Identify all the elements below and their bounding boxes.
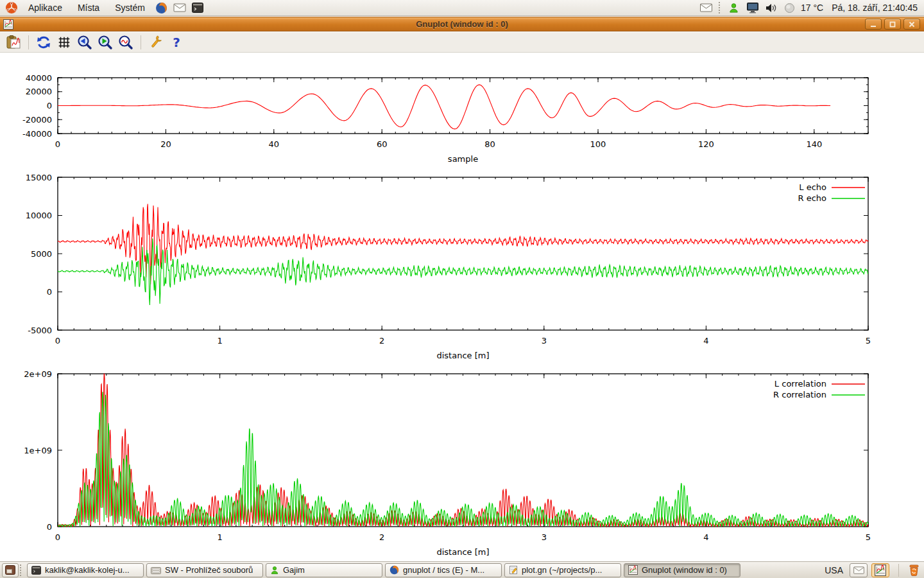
zoom-previous-icon[interactable] <box>76 34 93 51</box>
clock[interactable]: Pá, 18. září, 21:40:45 <box>832 3 918 13</box>
x-tick-label: 4 <box>703 532 708 542</box>
close-button[interactable] <box>903 19 920 30</box>
legend-label: L echo <box>799 182 826 192</box>
svg-text:?: ? <box>173 35 180 50</box>
x-tick-label: 5 <box>866 532 871 542</box>
taskbar-right: USA <box>825 563 924 577</box>
x-tick-label: 120 <box>698 139 714 149</box>
x-tick-label: 1 <box>217 532 222 542</box>
x-tick-label: 100 <box>590 139 606 149</box>
email-icon[interactable] <box>172 1 187 15</box>
legend-label: R echo <box>798 193 826 203</box>
gnuplot-icon <box>628 565 638 575</box>
axis-border <box>58 78 868 134</box>
y-tick-label: 40000 <box>26 73 52 83</box>
menu-system[interactable]: Systém <box>108 1 151 14</box>
y-tick-label: 10000 <box>26 211 52 220</box>
panel-menus: Aplikace Místa Systém <box>0 1 205 15</box>
x-tick-label: 0 <box>55 139 60 149</box>
taskbar-window-label: Gajim <box>283 565 305 575</box>
series-line <box>58 85 830 129</box>
zoom-next-icon[interactable] <box>97 34 114 51</box>
x-tick-label: 5 <box>866 336 871 346</box>
firefox-icon <box>389 565 399 575</box>
y-tick-label: 2e+09 <box>24 369 52 379</box>
gajim-status-icon[interactable] <box>726 1 742 15</box>
terminal-icon <box>31 566 41 575</box>
firefox-icon[interactable] <box>154 1 169 15</box>
volume-icon[interactable] <box>764 1 779 15</box>
x-tick-label: 40 <box>269 139 280 149</box>
x-tick-label: 3 <box>542 532 547 542</box>
taskbar-window-button[interactable]: gnuplot / tics (E) - M... <box>385 563 502 577</box>
x-axis-label: sample <box>448 154 478 164</box>
menu-applications[interactable]: Aplikace <box>22 1 69 14</box>
taskbar-window-button[interactable]: SW - Prohlížeč souborů <box>146 563 263 577</box>
echo-plot[interactable]: 012345150001000050000-5000distance [m]L … <box>0 171 924 363</box>
task-button-list: kaklik@kaklik-kolej-u...SW - Prohlížeč s… <box>24 563 740 577</box>
x-axis-label: distance [m] <box>436 547 489 557</box>
terminal-icon[interactable] <box>190 1 205 15</box>
trash-icon[interactable] <box>908 564 920 576</box>
toolbar-separator <box>28 35 29 49</box>
taskbar-window-button[interactable]: plot.gn (~/projects/p... <box>504 563 621 577</box>
x-tick-label: 2 <box>379 336 384 346</box>
taskbar-window-label: SW - Prohlížeč souborů <box>165 565 253 575</box>
x-tick-label: 60 <box>377 139 388 149</box>
gnuplot-window: Gnuplot (window id : 0) <box>0 16 924 561</box>
x-tick-label: 0 <box>55 336 60 346</box>
legend-label: L correlation <box>774 379 826 389</box>
display-icon[interactable] <box>745 1 760 15</box>
desktop: Aplikace Místa Systém <box>0 0 924 578</box>
waveform-plot[interactable]: 02040608010012014040000200000-20000-4000… <box>0 71 924 168</box>
tray-handle[interactable] <box>719 2 722 13</box>
refresh-icon[interactable] <box>35 34 52 51</box>
y-tick-label: 0 <box>47 522 52 532</box>
taskbar-window-label: plot.gn (~/projects/p... <box>522 565 602 575</box>
file-manager-icon <box>151 566 161 575</box>
correlation-plot[interactable]: 0123452e+091e+090distance [m]L correlati… <box>0 367 924 560</box>
copy-plot-icon[interactable] <box>5 34 22 51</box>
settings-wrench-icon[interactable] <box>148 34 164 51</box>
x-axis-label: distance [m] <box>436 351 489 360</box>
menu-places[interactable]: Místa <box>71 1 106 14</box>
zoom-reset-icon[interactable] <box>117 34 134 51</box>
weather-icon[interactable] <box>782 1 798 15</box>
gnuplot-tray-icon[interactable] <box>871 563 889 577</box>
y-tick-label: -5000 <box>28 326 52 335</box>
email-icon[interactable] <box>850 563 868 577</box>
grid-icon[interactable] <box>56 34 73 51</box>
email-icon[interactable] <box>699 1 714 15</box>
axis-border <box>58 177 868 330</box>
ubuntu-logo-icon[interactable] <box>4 1 19 15</box>
taskbar-window-button[interactable]: Gnuplot (window id : 0) <box>624 563 740 577</box>
x-tick-label: 4 <box>703 336 708 346</box>
keyboard-layout-indicator[interactable]: USA <box>825 565 843 575</box>
toolbar-separator <box>141 35 141 49</box>
temperature-readout[interactable]: 17 °C <box>801 3 823 13</box>
text-editor-icon <box>509 565 518 575</box>
taskbar-window-label: kaklik@kaklik-kolej-u... <box>45 565 130 575</box>
x-tick-label: 140 <box>806 139 822 149</box>
help-icon[interactable]: ? <box>168 34 185 51</box>
x-tick-label: 2 <box>379 532 384 542</box>
minimize-button[interactable] <box>865 19 882 30</box>
axis-border <box>58 374 868 527</box>
taskbar-window-button[interactable]: Gajim <box>266 563 382 577</box>
taskbar: kaklik@kaklik-kolej-u...SW - Prohlížeč s… <box>0 561 924 578</box>
series-R correlation <box>58 392 868 527</box>
y-tick-label: 20000 <box>26 87 52 96</box>
x-tick-label: 3 <box>542 336 547 346</box>
x-tick-label: 1 <box>217 336 222 346</box>
taskbar-handle[interactable] <box>20 565 23 576</box>
show-desktop-button[interactable] <box>2 563 19 577</box>
taskbar-window-button[interactable]: kaklik@kaklik-kolej-u... <box>27 563 144 577</box>
series-R echo <box>58 238 868 305</box>
taskbar-separator <box>898 564 899 577</box>
window-toolbar: ? <box>0 32 924 53</box>
x-tick-label: 20 <box>160 139 171 149</box>
y-tick-label: 15000 <box>26 173 52 182</box>
window-titlebar[interactable]: Gnuplot (window id : 0) <box>0 17 924 31</box>
maximize-button[interactable] <box>884 19 901 30</box>
taskbar-window-label: gnuplot / tics (E) - M... <box>403 565 484 575</box>
